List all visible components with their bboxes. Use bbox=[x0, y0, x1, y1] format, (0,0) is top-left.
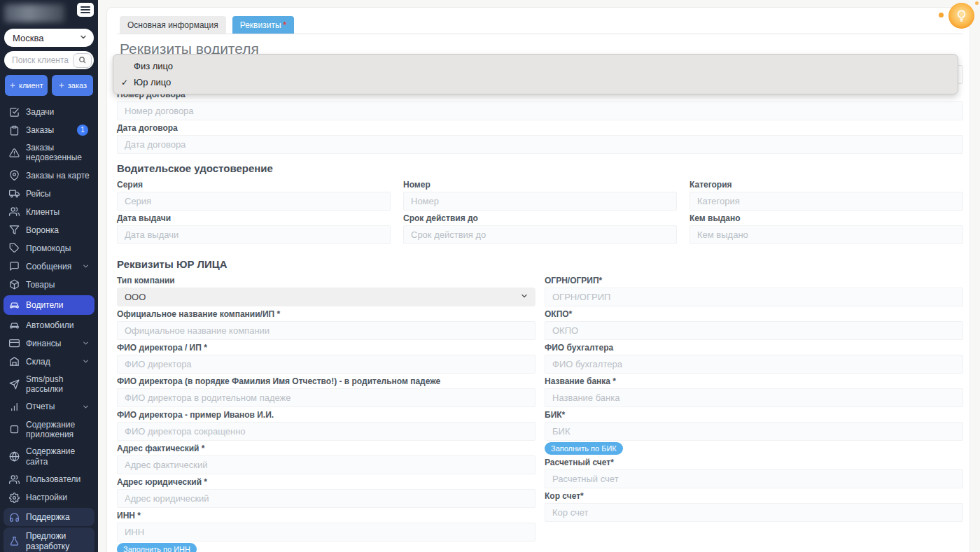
text-input[interactable] bbox=[545, 422, 963, 441]
dropdown-option[interactable]: ✓ Юр лицо bbox=[113, 74, 958, 90]
text-input[interactable] bbox=[545, 355, 963, 374]
form-field: Кор счет* bbox=[545, 491, 963, 522]
truck-icon bbox=[9, 188, 20, 199]
headphones-icon bbox=[9, 511, 20, 523]
text-input[interactable] bbox=[690, 192, 963, 211]
tab[interactable]: Основная информация bbox=[120, 16, 226, 34]
chevron-down-icon bbox=[82, 262, 90, 270]
field-label: Официальное название компании/ИП * bbox=[117, 309, 536, 319]
bar-chart-icon bbox=[9, 402, 20, 413]
text-input[interactable] bbox=[117, 225, 391, 244]
text-input[interactable] bbox=[117, 388, 536, 407]
field-label: Расчетный счет* bbox=[545, 458, 963, 467]
clipboard-icon bbox=[9, 125, 20, 136]
sidebar-menu-item[interactable]: Товары bbox=[0, 276, 98, 294]
text-input[interactable] bbox=[545, 503, 963, 522]
jur-right-column: ОГРН/ОГРИП* ОКПО* bbox=[545, 276, 963, 552]
sidebar-menu-item[interactable]: Sms/push рассылки bbox=[0, 371, 98, 398]
fill-by-button[interactable]: Заполнить по ИНН bbox=[117, 543, 197, 552]
check-square-icon bbox=[9, 106, 20, 118]
sidebar-item-label: Сообщения bbox=[26, 262, 76, 271]
sidebar-menu-item[interactable]: Финансы bbox=[0, 334, 98, 353]
sidebar-menu-item[interactable]: Воронка bbox=[0, 221, 98, 239]
content-card: Основная информация Реквизиты* Реквизиты… bbox=[106, 7, 970, 552]
field-label: БИК* bbox=[545, 410, 963, 420]
add-order-button[interactable]: заказ bbox=[52, 75, 93, 96]
funnel-icon bbox=[9, 225, 20, 236]
menu-toggle-button[interactable] bbox=[77, 3, 94, 17]
sidebar-menu-item[interactable]: Пользователи bbox=[0, 470, 98, 488]
text-input[interactable] bbox=[545, 469, 963, 488]
text-input[interactable] bbox=[117, 101, 963, 120]
add-client-button[interactable]: клиент bbox=[5, 75, 48, 96]
sidebar-menu-item[interactable]: Содержание приложения bbox=[0, 416, 98, 444]
tab-bar: Основная информация Реквизиты* bbox=[117, 16, 963, 34]
sidebar-menu-item[interactable]: Водители bbox=[4, 295, 94, 315]
add-client-label: клиент bbox=[19, 81, 43, 90]
text-input[interactable] bbox=[403, 225, 677, 244]
app-window-icon bbox=[9, 424, 20, 435]
text-input[interactable] bbox=[545, 388, 963, 407]
text-input[interactable] bbox=[117, 455, 536, 474]
hint-lightbulb-icon[interactable] bbox=[948, 3, 974, 29]
chevron-down-icon bbox=[520, 292, 528, 302]
text-input[interactable] bbox=[403, 192, 677, 211]
globe-icon bbox=[9, 451, 20, 462]
sidebar-menu-item[interactable]: Настройки bbox=[0, 488, 98, 507]
form-field: Название банка * bbox=[545, 376, 963, 407]
sidebar-menu-item[interactable]: Содержание сайта bbox=[0, 443, 98, 470]
city-select[interactable]: Москва bbox=[4, 29, 94, 47]
dropdown-option-label: Юр лицо bbox=[134, 77, 171, 87]
form-field: Расчетный счет* bbox=[545, 458, 963, 488]
sidebar-menu-item[interactable]: Промокоды bbox=[0, 239, 98, 257]
sidebar-menu-item[interactable]: Склад bbox=[0, 353, 98, 371]
text-input[interactable] bbox=[545, 288, 963, 306]
sidebar-menu-item[interactable]: Клиенты bbox=[0, 203, 98, 221]
sidebar-item-label: Заказы bbox=[26, 125, 71, 135]
field-label: ОКПО* bbox=[545, 309, 963, 319]
text-input[interactable] bbox=[117, 355, 536, 374]
glow-dot bbox=[939, 13, 944, 17]
section-title-jur: Реквизиты ЮР ЛИЦА bbox=[117, 258, 963, 270]
sidebar-item-label: Клиенты bbox=[26, 207, 95, 217]
sidebar-menu-item[interactable]: Сообщения bbox=[0, 257, 98, 276]
section-title-license: Водительское удостоверение bbox=[117, 162, 963, 174]
sidebar-menu-item[interactable]: Автомобили bbox=[0, 316, 98, 334]
text-input[interactable] bbox=[117, 192, 391, 211]
license-fields: Серия Номер Категория bbox=[117, 180, 963, 247]
app-root: Москва клиент заказ bbox=[0, 0, 980, 552]
sidebar-menu-item[interactable]: Заказы на карте bbox=[0, 167, 98, 185]
text-input[interactable] bbox=[117, 321, 536, 340]
sidebar-item-label: Товары bbox=[26, 280, 95, 290]
search-input[interactable] bbox=[6, 55, 73, 65]
field-label: Кем выдано bbox=[690, 213, 963, 223]
jur-columns: Тип компании ООО Официальное названи bbox=[117, 276, 963, 552]
sidebar-menu-item[interactable]: Рейсы bbox=[0, 185, 98, 203]
sidebar-item-label: Финансы bbox=[26, 339, 76, 348]
text-input[interactable] bbox=[117, 135, 963, 154]
sidebar-menu-item[interactable]: Заказы 1 bbox=[0, 121, 98, 139]
check-icon: ✓ bbox=[120, 78, 129, 87]
text-input[interactable] bbox=[117, 422, 536, 441]
tab[interactable]: Реквизиты* bbox=[232, 16, 294, 34]
sidebar-menu-item[interactable]: Отчеты bbox=[0, 398, 98, 416]
field-label: ФИО директора / ИП * bbox=[117, 343, 536, 353]
text-input[interactable] bbox=[117, 489, 536, 508]
form-field: БИК* Заполнить по БИК bbox=[545, 410, 963, 455]
fill-by-button[interactable]: Заполнить по БИК bbox=[545, 442, 623, 455]
text-input[interactable] bbox=[117, 523, 536, 542]
text-input[interactable] bbox=[545, 321, 963, 340]
dropdown-option[interactable]: Физ лицо bbox=[113, 58, 958, 74]
form-field: Кем выдано bbox=[690, 213, 963, 244]
sidebar-menu-item[interactable]: Поддержка bbox=[4, 508, 94, 526]
sidebar-menu-item[interactable]: Предложи разработку bbox=[4, 528, 94, 552]
text-input[interactable] bbox=[690, 225, 963, 244]
form-field: ФИО директора (в порядке Фамилия Имя Отч… bbox=[117, 376, 536, 407]
search-button[interactable] bbox=[73, 53, 92, 68]
company-type-select[interactable]: ООО bbox=[117, 288, 536, 306]
sidebar-menu-item[interactable]: Заказы недовезенные bbox=[0, 139, 98, 167]
sidebar-menu-item[interactable]: Задачи bbox=[0, 103, 98, 121]
sidebar-item-label: Предложи разработку bbox=[26, 531, 92, 551]
sidebar-item-label: Поддержка bbox=[26, 512, 92, 522]
tag-icon bbox=[9, 243, 20, 254]
